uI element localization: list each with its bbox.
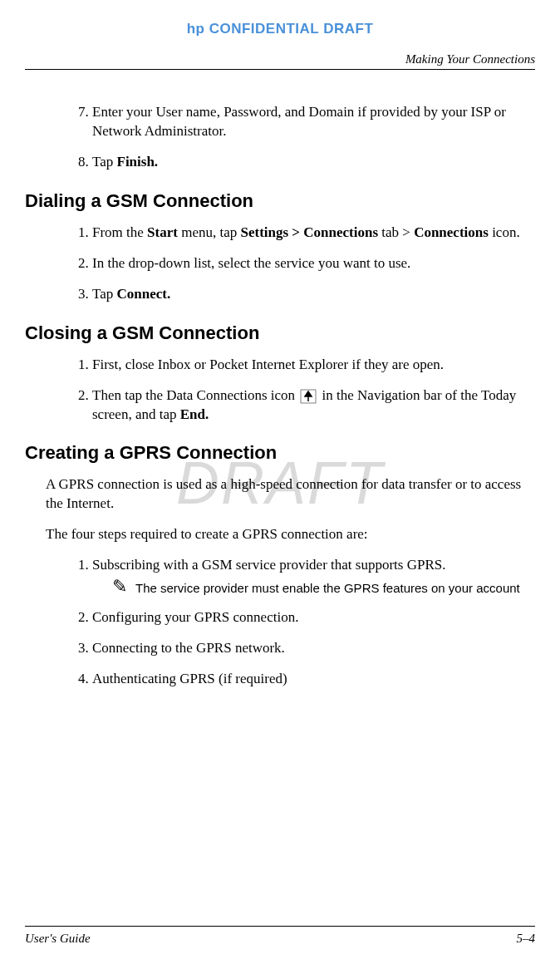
t1f: Connections <box>414 224 489 240</box>
gprs-intro-para: A GPRS connection is used as a high-spee… <box>46 475 535 514</box>
footer-page-number: 5–4 <box>517 932 536 946</box>
section-closing-gsm: Closing a GSM Connection <box>25 322 535 344</box>
note-row: ✎ The service provider must enable the G… <box>112 580 535 597</box>
closing-steps-list: First, close Inbox or Pocket Internet Ex… <box>71 356 535 425</box>
gprs-step-4: Authenticating GPRS (if required) <box>92 670 535 689</box>
dialing-step-1: From the Start menu, tap Settings > Conn… <box>92 224 535 243</box>
step-8-text-a: Tap <box>92 154 117 170</box>
gprs-step-1: Subscribing with a GSM service provider … <box>92 556 535 596</box>
t1d: Settings > Connections <box>240 224 378 240</box>
pencil-note-icon: ✎ <box>112 578 127 596</box>
gprs-step-2: Configuring your GPRS connection. <box>92 608 535 627</box>
step-8: Tap Finish. <box>92 153 535 172</box>
footer-left: User's Guide <box>25 932 91 946</box>
continued-steps-list: Enter your User name, Password, and Doma… <box>71 103 535 172</box>
t3a: Tap <box>92 286 117 302</box>
step-7-text: Enter your User name, Password, and Doma… <box>92 104 506 139</box>
t1c: menu, tap <box>178 224 241 240</box>
page-footer: User's Guide 5–4 <box>25 926 535 946</box>
gprs-step-3: Connecting to the GPRS network. <box>92 639 535 658</box>
gprs-steps-intro: The four steps required to create a GPRS… <box>46 525 535 544</box>
note-text: The service provider must enable the GPR… <box>135 580 520 597</box>
dialing-step-2: In the drop-down list, select the servic… <box>92 254 535 273</box>
step-7: Enter your User name, Password, and Doma… <box>92 103 535 141</box>
t1e: tab > <box>378 224 414 240</box>
c2a: Then tap the Data Connections icon <box>92 387 298 403</box>
chapter-title: Making Your Connections <box>25 52 535 70</box>
section-dialing-gsm: Dialing a GSM Connection <box>25 190 535 212</box>
dialing-step-3: Tap Connect. <box>92 285 535 304</box>
gprs-steps-list: Subscribing with a GSM service provider … <box>71 556 535 688</box>
section-creating-gprs: Creating a GPRS Connection <box>25 442 535 464</box>
t1a: From the <box>92 224 147 240</box>
data-connections-icon <box>300 389 317 404</box>
t3b: Connect. <box>117 286 171 302</box>
t1b: Start <box>147 224 178 240</box>
dialing-steps-list: From the Start menu, tap Settings > Conn… <box>71 224 535 304</box>
closing-step-2: Then tap the Data Connections icon in th… <box>92 386 535 425</box>
closing-step-1: First, close Inbox or Pocket Internet Ex… <box>92 356 535 375</box>
c2c: End. <box>180 406 209 422</box>
confidential-header: hp CONFIDENTIAL DRAFT <box>25 21 535 37</box>
t1g: icon. <box>489 224 520 240</box>
step-8-bold: Finish. <box>117 154 159 170</box>
g1: Subscribing with a GSM service provider … <box>92 557 445 573</box>
